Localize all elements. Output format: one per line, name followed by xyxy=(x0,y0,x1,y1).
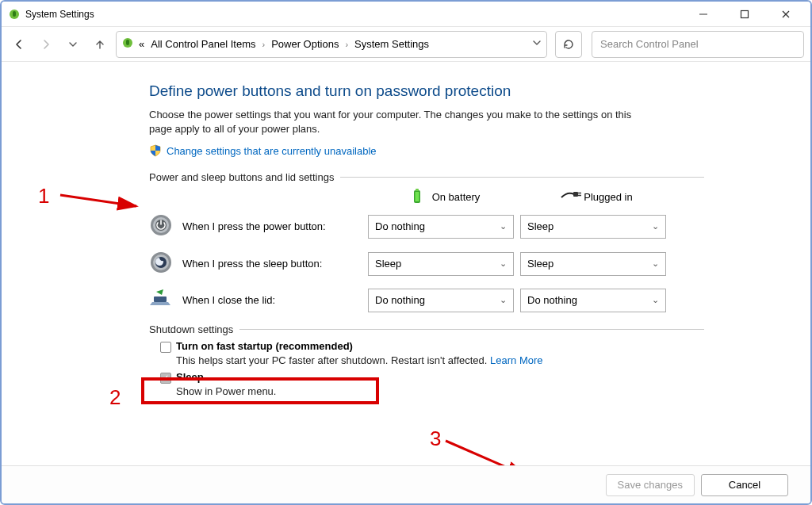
breadcrumb-item[interactable]: System Settings xyxy=(353,35,431,53)
svg-rect-10 xyxy=(415,192,419,201)
svg-rect-3 xyxy=(741,10,749,17)
battery-icon xyxy=(408,188,426,205)
annotation-number-2: 2 xyxy=(109,385,121,410)
column-battery-label: On battery xyxy=(432,191,481,203)
chevron-down-icon: ⌄ xyxy=(652,258,659,269)
sleep-button-label: When I press the sleep button: xyxy=(182,258,368,270)
chevron-down-icon: ⌄ xyxy=(500,258,507,269)
sleep-row: Sleep xyxy=(160,371,704,384)
breadcrumb-item[interactable]: Power Options xyxy=(270,35,340,53)
page-description: Choose the power settings that you want … xyxy=(149,108,657,136)
address-bar[interactable]: « All Control Panel Items › Power Option… xyxy=(116,31,547,58)
up-button[interactable] xyxy=(89,33,111,55)
recent-locations-button[interactable] xyxy=(62,33,84,55)
close-button[interactable] xyxy=(772,6,799,23)
title-bar: System Settings xyxy=(2,2,810,27)
window-controls xyxy=(690,6,804,23)
forward-button[interactable] xyxy=(35,33,57,55)
shutdown-section-label: Shutdown settings xyxy=(149,323,704,335)
chevron-down-icon: ⌄ xyxy=(500,221,507,231)
page-heading: Define power buttons and turn on passwor… xyxy=(149,82,704,100)
power-button-icon xyxy=(149,213,173,239)
search-box[interactable] xyxy=(592,31,804,58)
breadcrumb-leading: « xyxy=(137,35,146,53)
power-button-plugged-dropdown[interactable]: Sleep⌄ xyxy=(520,215,666,239)
search-input[interactable] xyxy=(600,38,795,50)
refresh-button[interactable] xyxy=(555,31,582,58)
chevron-down-icon: ⌄ xyxy=(652,221,659,231)
laptop-lid-icon xyxy=(149,288,174,312)
sleep-button-battery-dropdown[interactable]: Sleep⌄ xyxy=(368,252,514,276)
sleep-button-icon xyxy=(149,251,173,277)
fast-startup-checkbox[interactable] xyxy=(160,342,171,353)
learn-more-link[interactable]: Learn More xyxy=(490,354,542,366)
power-button-battery-dropdown[interactable]: Do nothing⌄ xyxy=(368,215,514,239)
back-button[interactable] xyxy=(8,33,30,55)
lid-row: When I close the lid: Do nothing⌄ Do not… xyxy=(149,288,704,312)
annotation-arrow-1 xyxy=(57,186,144,217)
fast-startup-row: Turn on fast startup (recommended) xyxy=(160,340,704,353)
minimize-button[interactable] xyxy=(690,6,717,23)
app-icon xyxy=(8,8,21,21)
annotation-arrow-3 xyxy=(442,436,538,465)
sleep-button-row: When I press the sleep button: Sleep⌄ Sl… xyxy=(149,251,704,277)
bottom-bar: Save changes Cancel xyxy=(2,465,810,503)
content-area: Define power buttons and turn on passwor… xyxy=(2,62,810,465)
uac-shield-icon xyxy=(149,144,162,157)
fast-startup-label: Turn on fast startup (recommended) xyxy=(176,340,353,352)
svg-line-21 xyxy=(60,195,136,206)
save-changes-button[interactable]: Save changes xyxy=(606,474,695,496)
toolbar: « All Control Panel Items › Power Option… xyxy=(2,27,810,62)
annotation-number-1: 1 xyxy=(38,184,49,209)
window-title: System Settings xyxy=(25,9,690,20)
maximize-button[interactable] xyxy=(731,6,758,23)
address-dropdown-button[interactable] xyxy=(532,38,542,50)
sleep-help: Show in Power menu. xyxy=(176,385,704,397)
cancel-button[interactable]: Cancel xyxy=(701,474,788,496)
sleep-checkbox[interactable] xyxy=(160,373,171,384)
power-button-row: When I press the power button: Do nothin… xyxy=(149,213,704,239)
chevron-down-icon: ⌄ xyxy=(500,295,507,305)
sleep-button-plugged-dropdown[interactable]: Sleep⌄ xyxy=(520,252,666,276)
svg-rect-9 xyxy=(416,189,419,191)
column-plugged-label: Plugged in xyxy=(584,191,632,203)
fast-startup-help: This helps start your PC faster after sh… xyxy=(176,354,704,366)
svg-rect-1 xyxy=(13,11,16,17)
column-headers: On battery Plugged in xyxy=(149,188,704,205)
system-settings-window: System Settings « All Control Panel Item… xyxy=(0,0,812,505)
svg-rect-7 xyxy=(126,40,129,45)
annotation-number-3: 3 xyxy=(430,427,441,451)
breadcrumb-item[interactable]: All Control Panel Items xyxy=(149,35,257,53)
lid-label: When I close the lid: xyxy=(182,294,368,306)
sleep-label: Sleep xyxy=(176,371,204,383)
svg-rect-11 xyxy=(573,192,578,197)
chevron-down-icon: ⌄ xyxy=(652,295,659,305)
lid-plugged-dropdown[interactable]: Do nothing⌄ xyxy=(520,289,666,312)
svg-line-22 xyxy=(446,441,526,465)
chevron-right-icon: › xyxy=(343,40,350,49)
svg-rect-20 xyxy=(154,296,167,302)
chevron-right-icon: › xyxy=(260,40,266,49)
change-settings-link[interactable]: Change settings that are currently unava… xyxy=(167,145,377,157)
power-section-label: Power and sleep buttons and lid settings xyxy=(149,171,704,183)
power-options-icon xyxy=(121,36,134,52)
power-button-label: When I press the power button: xyxy=(182,220,368,232)
lid-battery-dropdown[interactable]: Do nothing⌄ xyxy=(368,289,514,312)
plug-icon xyxy=(560,188,577,205)
